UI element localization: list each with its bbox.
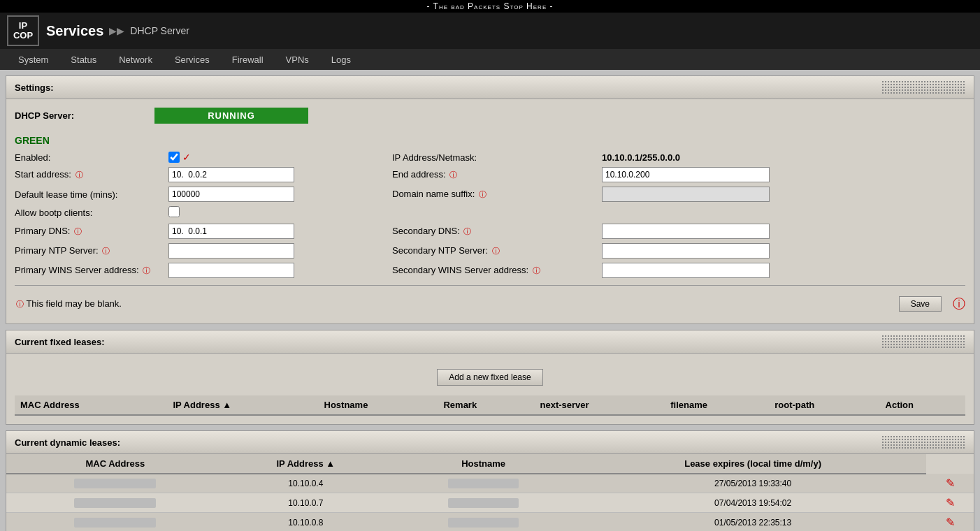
primary-dns-info-icon: ⓘ (74, 227, 82, 235)
dynamic-mac: ██████████████ (6, 513, 224, 532)
default-lease-label: Default lease time (mins): (15, 189, 154, 200)
nav-bar: System Status Network Services Firewall … (0, 49, 980, 70)
col-root-path: root-path (769, 395, 879, 415)
start-address-input[interactable] (168, 167, 294, 182)
mac-blurred: ██████████████ (74, 479, 156, 488)
banner-text: - The bad Packets Stop Here - (426, 1, 553, 11)
add-lease-row: Add a new fixed lease (15, 362, 965, 393)
allow-bootp-label: Allow bootp clients: (15, 208, 154, 218)
dynamic-lease-expires: 01/05/2013 22:35:13 (579, 513, 926, 532)
domain-name-label: Domain name suffix: ⓘ (392, 189, 588, 200)
edit-icon[interactable]: ✎ (946, 516, 955, 528)
ip-netmask-value: 10.10.0.1/255.0.0.0 (602, 152, 680, 163)
col-next-server: next-server (535, 395, 665, 415)
nav-services[interactable]: Services (164, 52, 221, 68)
fixed-leases-body: Add a new fixed lease MAC Address IP Add… (6, 354, 974, 424)
settings-footer: ⓘ This field may be blank. Save ⓘ (15, 293, 965, 315)
dynamic-leases-header-row: MAC Address IP Address ▲ Hostname Lease … (6, 454, 974, 474)
enabled-label: Enabled: (15, 152, 154, 163)
end-address-label: End address: ⓘ (392, 169, 588, 180)
decorative-dots-3 (881, 435, 965, 449)
settings-header: Settings: (6, 76, 974, 99)
primary-wins-info-icon: ⓘ (143, 266, 150, 275)
field-note: ⓘ This field may be blank. (15, 298, 122, 310)
secondary-ntp-label: Secondary NTP Server: ⓘ (392, 245, 588, 256)
add-lease-button[interactable]: Add a new fixed lease (437, 369, 542, 386)
dynamic-hostname: ████████████ (387, 474, 579, 493)
dynamic-action[interactable]: ✎ (926, 493, 974, 513)
secondary-dns-input[interactable] (602, 224, 770, 239)
secondary-dns-label: Secondary DNS: ⓘ (392, 226, 588, 237)
settings-label: Settings: (15, 82, 54, 93)
breadcrumb-arrow: ▶▶ (109, 25, 124, 36)
start-address-label: Start address: ⓘ (15, 169, 154, 180)
nav-logs[interactable]: Logs (320, 52, 362, 68)
hostname-blurred: ████████████ (448, 479, 519, 488)
nav-system[interactable]: System (7, 52, 59, 68)
fixed-leases-header-row: MAC Address IP Address ▲ Hostname Remark… (15, 395, 965, 415)
decorative-dots (881, 80, 965, 94)
mac-blurred: ██████████████ (74, 518, 156, 528)
nav-network[interactable]: Network (108, 52, 164, 68)
col-action: Action (880, 395, 965, 415)
primary-wins-label: Primary WINS Server address: ⓘ (15, 265, 154, 276)
dynamic-lease-expires: 27/05/2013 19:33:40 (579, 474, 926, 493)
dynamic-leases-label: Current dynamic leases: (15, 437, 120, 448)
settings-body: DHCP Server: RUNNING GREEN Enabled: ✓ IP… (6, 99, 974, 323)
col-ip-address[interactable]: IP Address ▲ (167, 395, 318, 415)
dynamic-leases-table: MAC Address IP Address ▲ Hostname Lease … (6, 454, 974, 531)
mac-blurred: ██████████████ (74, 498, 156, 508)
enabled-checkbox[interactable] (168, 152, 180, 163)
primary-ntp-info-icon: ⓘ (102, 247, 110, 255)
nav-vpns[interactable]: VPNs (275, 52, 320, 68)
dynamic-lease-row: ██████████████10.10.0.4████████████27/05… (6, 474, 974, 493)
hostname-blurred: ████████████ (448, 518, 519, 528)
hostname-blurred: ████████████ (448, 498, 519, 508)
fixed-leases-panel: Current fixed leases: Add a new fixed le… (6, 330, 974, 425)
main-content: Settings: DHCP Server: RUNNING GREEN Ena… (0, 70, 980, 531)
dynamic-lease-expires: 07/04/2013 19:54:02 (579, 493, 926, 513)
col-filename: filename (665, 395, 769, 415)
save-button[interactable]: Save (899, 296, 942, 312)
dynamic-mac: ██████████████ (6, 474, 224, 493)
secondary-wins-input[interactable] (602, 263, 770, 278)
primary-wins-input[interactable] (168, 263, 294, 278)
domain-name-input[interactable] (602, 187, 770, 202)
nav-firewall[interactable]: Firewall (221, 52, 275, 68)
col-mac-address[interactable]: MAC Address (15, 395, 167, 415)
dyn-col-lease[interactable]: Lease expires (local time d/m/y) (579, 454, 926, 474)
secondary-wins-info-icon: ⓘ (533, 266, 540, 275)
secondary-wins-label: Secondary WINS Server address: ⓘ (392, 265, 588, 276)
end-address-info-icon: ⓘ (449, 170, 457, 179)
end-address-input[interactable] (602, 167, 770, 182)
dhcp-status-row: DHCP Server: RUNNING (15, 108, 965, 124)
domain-name-info-icon: ⓘ (479, 190, 487, 198)
dynamic-action[interactable]: ✎ (926, 474, 974, 493)
field-note-icon: ⓘ (16, 300, 24, 308)
decorative-dots-2 (881, 335, 965, 349)
edit-icon[interactable]: ✎ (946, 477, 955, 489)
col-remark: Remark (438, 395, 534, 415)
dynamic-leases-rows: ██████████████10.10.0.4████████████27/05… (6, 474, 974, 531)
dynamic-leases-header: Current dynamic leases: (6, 431, 974, 454)
secondary-ntp-input[interactable] (602, 243, 770, 259)
dynamic-lease-row: ██████████████10.10.0.8████████████01/05… (6, 513, 974, 532)
green-header: GREEN (15, 135, 965, 146)
header-bar: IPCOP Services ▶▶ DHCP Server (0, 13, 980, 49)
nav-status[interactable]: Status (59, 52, 108, 68)
default-lease-input[interactable] (168, 187, 294, 202)
dyn-col-ip[interactable]: IP Address ▲ (224, 454, 387, 474)
edit-icon[interactable]: ✎ (946, 497, 955, 509)
primary-ntp-input[interactable] (168, 243, 294, 259)
col-hostname: Hostname (319, 395, 438, 415)
secondary-dns-info-icon: ⓘ (463, 227, 471, 235)
dynamic-action[interactable]: ✎ (926, 513, 974, 532)
dhcp-status-badge: RUNNING (154, 108, 308, 124)
nav-title: Services (46, 23, 103, 39)
logo: IPCOP (7, 15, 39, 46)
allow-bootp-checkbox[interactable] (168, 206, 180, 217)
primary-dns-label: Primary DNS: ⓘ (15, 226, 154, 237)
primary-dns-input[interactable] (168, 224, 294, 239)
dyn-col-hostname[interactable]: Hostname (387, 454, 579, 474)
dyn-col-mac[interactable]: MAC Address (6, 454, 224, 474)
